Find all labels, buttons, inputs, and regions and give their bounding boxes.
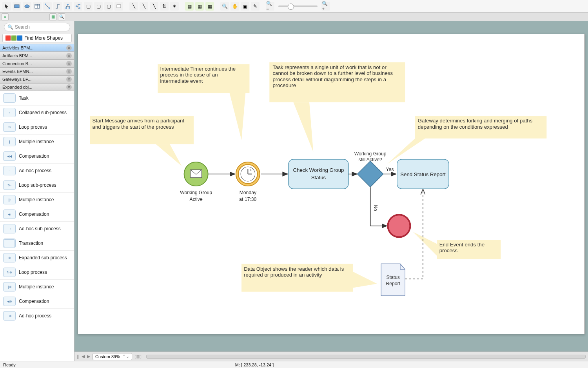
shape-label: Loop process bbox=[19, 124, 47, 130]
rect-shape-icon[interactable] bbox=[13, 2, 21, 11]
shape-adhoc-subprocess[interactable]: ~▫Ad-hoc sub-process bbox=[0, 222, 74, 236]
line-5-icon[interactable]: ✶ bbox=[170, 2, 179, 11]
shape-adhoc-process-2[interactable]: ~⊕Ad-hoc process bbox=[0, 309, 74, 323]
close-icon[interactable]: × bbox=[66, 69, 72, 74]
tree-2-icon[interactable] bbox=[74, 2, 82, 11]
task-check-status[interactable]: Check Working Group Status bbox=[289, 159, 348, 189]
shape-loop-process[interactable]: ↻Loop process bbox=[0, 120, 74, 135]
panel-connection[interactable]: Connection B... × bbox=[0, 60, 74, 67]
close-icon[interactable]: × bbox=[66, 45, 72, 51]
drawing-page[interactable]: Start Message arrives from a participant… bbox=[78, 34, 585, 334]
end-event[interactable] bbox=[388, 215, 410, 237]
shape-loop-subprocess[interactable]: ↻▫Loop sub-process bbox=[0, 178, 74, 193]
shape-task[interactable]: Task bbox=[0, 91, 74, 106]
object-icon[interactable] bbox=[114, 2, 123, 11]
shape-multiple-instance-2[interactable]: ‖▫Multiple instance bbox=[0, 193, 74, 207]
shape-transaction[interactable]: Transaction bbox=[0, 236, 74, 251]
status-bar: Ready M: [ 233.28, -13.24 ] bbox=[0, 361, 588, 368]
group-1-icon[interactable]: ▦ bbox=[185, 2, 194, 11]
shape-expanded-subprocess[interactable]: ⊕Expanded sub-process bbox=[0, 251, 74, 265]
find-more-shapes-button[interactable]: 🟥🟩🟦 Find More Shapes bbox=[2, 34, 72, 42]
zoom-dropdown[interactable]: Custom 89% ⌃⌄ bbox=[93, 353, 132, 360]
shape-collapsed-subprocess[interactable]: ▫Collapsed sub-process bbox=[0, 106, 74, 120]
zoom-slider[interactable] bbox=[278, 5, 318, 7]
shape-loop-process-2[interactable]: ↻⊕Loop process bbox=[0, 265, 74, 280]
canvas-scroll[interactable]: Start Message arrives from a participant… bbox=[74, 21, 588, 352]
intermediate-timer-event[interactable]: L bbox=[236, 162, 260, 186]
tree-1-icon[interactable] bbox=[64, 2, 72, 11]
search-placeholder: Search bbox=[15, 24, 30, 30]
svg-rect-9 bbox=[69, 7, 70, 9]
panel-label: Gateways BP... bbox=[2, 77, 31, 82]
shape-adhoc-process[interactable]: ~Ad-hoc process bbox=[0, 164, 74, 178]
close-icon[interactable]: × bbox=[66, 84, 72, 90]
find-more-label: Find More Shapes bbox=[24, 35, 63, 41]
line-3-icon[interactable]: ╲ bbox=[150, 2, 158, 11]
group-3-icon[interactable]: ▦ bbox=[205, 2, 214, 11]
data-object-status-report[interactable]: Status Report bbox=[381, 264, 405, 295]
status-mouse-coords: M: [ 233.28, -13.24 ] bbox=[235, 363, 274, 367]
connector-2-icon[interactable] bbox=[53, 2, 62, 11]
shape-label: Loop sub-process bbox=[19, 182, 56, 188]
panel-expanded[interactable]: Expanded obj... × bbox=[0, 83, 74, 91]
outline-toggle-icon[interactable]: ≡ bbox=[2, 13, 9, 20]
svg-rect-11 bbox=[79, 4, 80, 5]
group-2-icon[interactable]: ▦ bbox=[195, 2, 204, 11]
zoom-in-icon[interactable]: 🔍+ bbox=[321, 2, 330, 11]
panel-events[interactable]: Events BPMN... × bbox=[0, 67, 74, 75]
data-association[interactable] bbox=[405, 189, 423, 279]
connector-1-icon[interactable] bbox=[43, 2, 52, 11]
edge-no-label: No bbox=[373, 205, 378, 211]
svg-text:Status: Status bbox=[386, 275, 400, 280]
note-end: End Event ends the process bbox=[413, 232, 501, 259]
oval-shape-icon[interactable] bbox=[23, 2, 31, 11]
page-thumbs-icon[interactable]: ▯▯▯ bbox=[134, 354, 142, 359]
prev-page-icon[interactable]: ◀ bbox=[82, 354, 85, 359]
start-message-event[interactable] bbox=[184, 162, 208, 186]
main-split: 🔍 Search 🟥🟩🟦 Find More Shapes Activities… bbox=[0, 21, 588, 361]
gateway-active[interactable] bbox=[358, 161, 383, 187]
task-send-report[interactable]: Send Status Report bbox=[397, 159, 449, 189]
shape-label: Collapsed sub-process bbox=[19, 110, 67, 115]
pause-icon[interactable]: ‖ bbox=[77, 354, 79, 359]
close-icon[interactable]: × bbox=[66, 77, 72, 82]
grid-view-icon[interactable]: ▦ bbox=[49, 13, 56, 20]
line-4-icon[interactable]: ⇅ bbox=[160, 2, 169, 11]
tree-3-icon[interactable]: ▢ bbox=[84, 2, 93, 11]
search-input[interactable]: 🔍 Search bbox=[4, 23, 70, 31]
cursor-tool-icon[interactable] bbox=[2, 2, 11, 11]
tree-5-icon[interactable]: ▢ bbox=[104, 2, 113, 11]
status-ready: Ready bbox=[3, 363, 16, 367]
panel-gateways[interactable]: Gateways BP... × bbox=[0, 75, 74, 83]
bottom-controls: ‖ ◀ ▶ Custom 89% ⌃⌄ ▯▯▯ bbox=[74, 352, 588, 361]
shape-multiple-instance-3[interactable]: ‖⊕Multiple instance bbox=[0, 280, 74, 294]
stepper-icon[interactable]: ⌃⌄ bbox=[122, 354, 129, 359]
close-icon[interactable]: × bbox=[66, 61, 72, 66]
hand-tool-icon[interactable]: ✋ bbox=[230, 2, 239, 11]
shape-compensation-2[interactable]: ◀▫Compensation bbox=[0, 207, 74, 222]
close-icon[interactable]: × bbox=[66, 53, 72, 58]
eyedropper-tool-icon[interactable]: ✎ bbox=[251, 2, 260, 11]
next-page-icon[interactable]: ▶ bbox=[87, 354, 90, 359]
sidebar: 🔍 Search 🟥🟩🟦 Find More Shapes Activities… bbox=[0, 21, 74, 361]
svg-rect-28 bbox=[289, 159, 348, 189]
shape-label: Expanded sub-process bbox=[19, 255, 67, 261]
shape-multiple-instance[interactable]: ‖Multiple instance bbox=[0, 135, 74, 149]
search-toggle-icon[interactable]: 🔍 bbox=[58, 13, 65, 20]
shape-compensation-3[interactable]: ◀⊕Compensation bbox=[0, 294, 74, 309]
line-2-icon[interactable]: ╲ bbox=[140, 2, 148, 11]
svg-point-6 bbox=[49, 7, 50, 9]
stamp-tool-icon[interactable]: ▣ bbox=[241, 2, 249, 11]
canvas-region: Start Message arrives from a participant… bbox=[74, 21, 588, 361]
horizontal-scrollbar[interactable] bbox=[146, 355, 586, 359]
panel-activities[interactable]: Activities BPM... × bbox=[0, 44, 74, 52]
zoom-tool-icon[interactable]: 🔍 bbox=[220, 2, 229, 11]
table-shape-icon[interactable] bbox=[33, 2, 42, 11]
zoom-out-icon[interactable]: 🔍− bbox=[266, 2, 274, 11]
shape-label: Compensation bbox=[19, 211, 49, 217]
shape-compensation[interactable]: ◀◀Compensation bbox=[0, 149, 74, 164]
panel-artifacts[interactable]: Artifacts BPM... × bbox=[0, 52, 74, 60]
line-1-icon[interactable]: ╲ bbox=[129, 2, 138, 11]
note-start: Start Message arrives from a participant… bbox=[90, 116, 194, 166]
tree-4-icon[interactable]: ▢ bbox=[94, 2, 103, 11]
